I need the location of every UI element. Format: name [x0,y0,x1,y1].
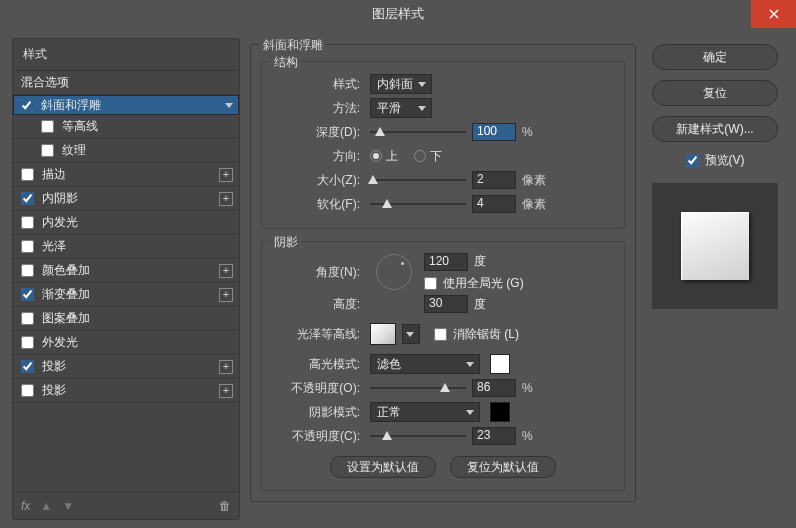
panel-footer: fx ▲ ▼ 🗑 [13,491,239,519]
preview-swatch [681,212,749,280]
depth-input[interactable]: 100 [472,123,516,141]
add-effect-icon[interactable]: + [219,288,233,302]
style-item-label: 内阴影 [42,190,78,207]
styles-header[interactable]: 样式 [13,39,239,71]
add-effect-icon[interactable]: + [219,264,233,278]
style-item-7[interactable]: 颜色叠加+ [13,259,239,283]
style-checkbox[interactable] [20,99,33,112]
global-light-checkbox[interactable] [424,277,437,290]
add-effect-icon[interactable]: + [219,384,233,398]
add-effect-icon[interactable]: + [219,168,233,182]
gloss-contour-swatch[interactable] [370,323,396,345]
style-select[interactable]: 内斜面 [370,74,432,94]
style-item-1[interactable]: 等高线 [13,115,239,139]
highlight-opacity-input[interactable]: 86 [472,379,516,397]
shading-legend: 阴影 [270,234,302,251]
style-checkbox[interactable] [21,192,34,205]
style-item-0[interactable]: 斜面和浮雕 [13,95,239,115]
preview-checkbox[interactable] [686,154,699,167]
direction-label: 方向: [274,148,364,165]
style-item-label: 外发光 [42,334,78,351]
shadow-opacity-slider[interactable] [370,428,466,444]
blend-options[interactable]: 混合选项 [13,71,239,95]
gloss-contour-label: 光泽等高线: [274,326,364,343]
style-item-12[interactable]: 投影+ [13,379,239,403]
gloss-contour-select[interactable] [402,324,420,344]
angle-input[interactable]: 120 [424,253,468,271]
style-item-3[interactable]: 描边+ [13,163,239,187]
style-checkbox[interactable] [41,144,54,157]
shadow-mode-label: 阴影模式: [274,404,364,421]
pct-unit2: % [522,381,552,395]
style-item-11[interactable]: 投影+ [13,355,239,379]
direction-up-radio[interactable]: 上 [370,148,398,165]
style-item-label: 光泽 [42,238,66,255]
pct-unit3: % [522,429,552,443]
angle-control[interactable] [376,254,412,290]
style-item-5[interactable]: 内发光 [13,211,239,235]
depth-slider[interactable] [370,124,466,140]
direction-down-radio[interactable]: 下 [414,148,442,165]
technique-select[interactable]: 平滑 [370,98,432,118]
shadow-mode-select[interactable]: 正常 [370,402,480,422]
style-checkbox[interactable] [21,264,34,277]
down-arrow-icon[interactable]: ▼ [62,499,74,513]
antialias-checkbox[interactable] [434,328,447,341]
settings-panel: 斜面和浮雕 结构 样式: 内斜面 方法: 平滑 深度(D): 100 % [250,38,636,520]
trash-icon[interactable]: 🗑 [219,499,231,513]
style-checkbox[interactable] [21,288,34,301]
style-item-6[interactable]: 光泽 [13,235,239,259]
size-label: 大小(Z): [274,172,364,189]
style-checkbox[interactable] [21,216,34,229]
style-checkbox[interactable] [21,312,34,325]
shadow-opacity-input[interactable]: 23 [472,427,516,445]
add-effect-icon[interactable]: + [219,192,233,206]
pct-unit: % [522,125,552,139]
up-arrow-icon[interactable]: ▲ [40,499,52,513]
style-item-label: 投影 [42,382,66,399]
altitude-input[interactable]: 30 [424,295,468,313]
highlight-opacity-label: 不透明度(O): [274,380,364,397]
make-default-button[interactable]: 设置为默认值 [330,456,436,478]
style-item-4[interactable]: 内阴影+ [13,187,239,211]
antialias-label: 消除锯齿 (L) [453,326,519,343]
style-item-8[interactable]: 渐变叠加+ [13,283,239,307]
style-checkbox[interactable] [21,240,34,253]
style-checkbox[interactable] [21,168,34,181]
fx-icon[interactable]: fx [21,499,30,513]
style-item-2[interactable]: 纹理 [13,139,239,163]
style-checkbox[interactable] [21,384,34,397]
size-input[interactable]: 2 [472,171,516,189]
soften-slider[interactable] [370,196,466,212]
shading-group: 阴影 角度(N): 120 度 使用全局光 (G) [261,241,625,491]
reset-default-button[interactable]: 复位为默认值 [450,456,556,478]
style-item-10[interactable]: 外发光 [13,331,239,355]
close-button[interactable] [751,0,796,28]
preview-box [652,183,778,309]
depth-label: 深度(D): [274,124,364,141]
style-checkbox[interactable] [21,336,34,349]
highlight-opacity-slider[interactable] [370,380,466,396]
style-checkbox[interactable] [21,360,34,373]
highlight-color-swatch[interactable] [490,354,510,374]
style-item-label: 渐变叠加 [42,286,90,303]
size-slider[interactable] [370,172,466,188]
highlight-mode-select[interactable]: 滤色 [370,354,480,374]
soften-input[interactable]: 4 [472,195,516,213]
close-icon [769,9,779,19]
new-style-button[interactable]: 新建样式(W)... [652,116,778,142]
blend-options-label: 混合选项 [21,74,69,91]
style-checkbox[interactable] [41,120,54,133]
ok-button[interactable]: 确定 [652,44,778,70]
style-item-9[interactable]: 图案叠加 [13,307,239,331]
bevel-legend: 斜面和浮雕 [259,37,327,54]
structure-legend: 结构 [270,54,302,71]
soften-label: 软化(F): [274,196,364,213]
global-light-label: 使用全局光 (G) [443,275,524,292]
style-item-label: 内发光 [42,214,78,231]
shadow-opacity-label: 不透明度(C): [274,428,364,445]
cancel-button[interactable]: 复位 [652,80,778,106]
deg-unit: 度 [474,253,486,270]
add-effect-icon[interactable]: + [219,360,233,374]
shadow-color-swatch[interactable] [490,402,510,422]
